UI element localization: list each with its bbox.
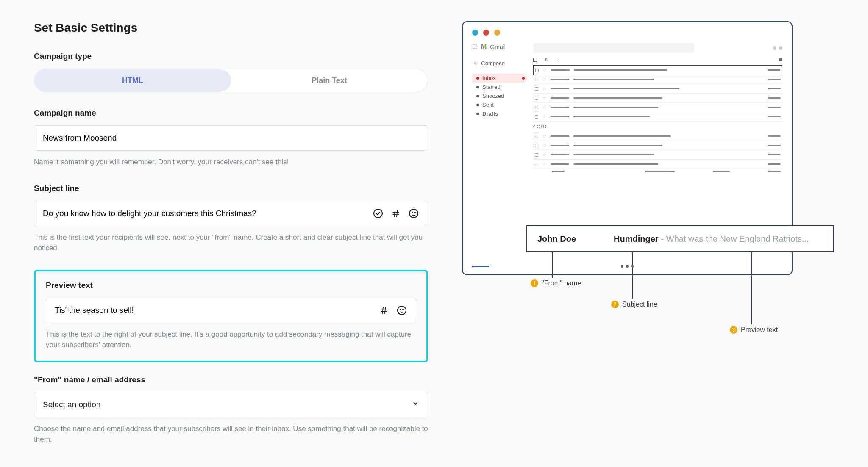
- svg-point-7: [415, 212, 415, 213]
- mail-row: ☆: [533, 84, 782, 94]
- header-dots: [773, 46, 782, 50]
- gmail-main: ↻ ⋮ ☆ ☆ ☆ ☆ ☆ ☆ ^ GTD ☆ ☆ ☆ ☆: [527, 43, 782, 221]
- campaign-type-segmented: HTML Plain Text: [34, 69, 428, 92]
- gmail-bottom-dots: [621, 265, 634, 268]
- chevron-down-icon: [412, 400, 419, 409]
- spellcheck-icon[interactable]: [373, 208, 384, 219]
- page-title: Set Basic Settings: [34, 21, 428, 35]
- legend-preview: 3 Preview text: [730, 326, 778, 334]
- campaign-type-group: Campaign type HTML Plain Text: [34, 52, 428, 92]
- svg-point-13: [400, 309, 401, 310]
- nav-snoozed: Snoozed: [472, 91, 527, 100]
- svg-point-12: [398, 306, 406, 315]
- mail-row: ☆: [533, 112, 782, 122]
- traffic-light-max: [494, 30, 500, 36]
- svg-line-4: [397, 210, 398, 217]
- campaign-type-html[interactable]: HTML: [34, 69, 231, 92]
- legend-subject: 2 Subject line: [611, 301, 657, 308]
- campaign-name-helper: Name it something you will remember. Don…: [34, 157, 428, 168]
- from-placeholder: Select an option: [43, 400, 100, 409]
- compose-label: Compose: [481, 60, 505, 66]
- subject-group: Subject line This is the first text your…: [34, 184, 428, 254]
- mail-row: ☆: [533, 65, 782, 75]
- pager-dot: [779, 58, 782, 61]
- from-group: "From" name / email address Select an op…: [34, 375, 428, 445]
- refresh-icon: ↻: [545, 57, 549, 63]
- mail-row: ☆: [533, 141, 782, 150]
- mail-row: ☆: [533, 103, 782, 112]
- mail-row: ☆: [533, 94, 782, 103]
- legend-num-3: 3: [730, 326, 737, 334]
- callout-subject: Humdinger: [614, 234, 659, 244]
- gmail-m-icon: M: [481, 43, 487, 51]
- legend-num-1: 1: [531, 279, 538, 287]
- svg-point-0: [374, 209, 382, 218]
- mail-row: ☆: [533, 160, 782, 169]
- svg-line-10: [382, 307, 383, 314]
- callout-preview-row: John Doe Humdinger - What was the New En…: [526, 225, 834, 252]
- mail-row: ☆: [533, 132, 782, 141]
- from-select[interactable]: Select an option: [34, 392, 428, 417]
- hash-icon[interactable]: [378, 305, 389, 316]
- campaign-name-input-wrap: [34, 125, 428, 151]
- campaign-type-plain[interactable]: Plain Text: [231, 69, 428, 92]
- subject-input-wrap: [34, 201, 428, 226]
- gmail-toolbar: ↻ ⋮: [533, 57, 782, 63]
- gmail-mock-window: ☰ M Gmail + Compose Inbox Starred Snooze…: [462, 21, 793, 275]
- gmail-logo-row: ☰ M Gmail: [472, 43, 527, 51]
- gmail-sidebar: ☰ M Gmail + Compose Inbox Starred Snooze…: [472, 43, 527, 221]
- nav-drafts: Drafts: [472, 109, 527, 118]
- campaign-name-label: Campaign name: [34, 108, 428, 118]
- gmail-brand: Gmail: [490, 44, 506, 50]
- mail-row: ☆: [533, 150, 782, 160]
- more-icon: ⋮: [556, 57, 562, 63]
- campaign-name-input[interactable]: [43, 133, 419, 143]
- svg-line-11: [385, 307, 386, 314]
- gmail-divider: ^ GTD: [533, 122, 782, 132]
- hash-icon[interactable]: [390, 208, 401, 219]
- window-traffic-lights: [463, 22, 792, 43]
- gmail-compose: + Compose: [472, 59, 527, 67]
- legend-from: 1 "From" name: [531, 279, 581, 287]
- callout-preview: - What was the New Englend Ratriots...: [661, 234, 809, 244]
- preview-label: Preview text: [46, 281, 416, 290]
- mail-row: ☆: [533, 75, 782, 84]
- mail-row: [533, 169, 782, 174]
- svg-point-6: [412, 212, 413, 213]
- campaign-name-group: Campaign name Name it something you will…: [34, 108, 428, 168]
- gmail-nav: Inbox Starred Snoozed Sent Drafts: [472, 74, 527, 118]
- subject-label: Subject line: [34, 184, 428, 193]
- preview-input[interactable]: [55, 306, 378, 315]
- from-helper: Choose the name and email address that y…: [34, 423, 428, 445]
- nav-sent: Sent: [472, 100, 527, 109]
- svg-point-5: [409, 209, 418, 218]
- traffic-light-close: [472, 30, 478, 36]
- campaign-type-label: Campaign type: [34, 52, 428, 61]
- select-all-checkbox: [533, 58, 537, 62]
- preview-input-wrap: [46, 298, 416, 323]
- gmail-bottom-bar: [472, 265, 782, 268]
- gmail-underline: [472, 266, 489, 267]
- gmail-body: ☰ M Gmail + Compose Inbox Starred Snooze…: [463, 43, 792, 221]
- plus-icon: +: [474, 59, 478, 67]
- emoji-icon[interactable]: [408, 208, 419, 219]
- gmail-search-row: [533, 43, 782, 53]
- from-label: "From" name / email address: [34, 375, 428, 384]
- nav-inbox: Inbox: [472, 74, 527, 83]
- emoji-icon[interactable]: [396, 305, 407, 316]
- subject-helper: This is the first text your recipients w…: [34, 232, 428, 254]
- preview-helper: This is the text to the right of your su…: [46, 329, 416, 351]
- hamburger-icon: ☰: [472, 44, 478, 50]
- nav-starred: Starred: [472, 83, 527, 91]
- preview-highlight-box: Preview text This is the text to the rig…: [34, 270, 428, 362]
- svg-point-14: [403, 309, 403, 310]
- search-bar: [533, 43, 694, 53]
- subject-input[interactable]: [43, 209, 373, 218]
- callout-from: John Doe: [537, 234, 614, 244]
- traffic-light-min: [483, 30, 489, 36]
- svg-line-3: [394, 210, 395, 217]
- legend-num-2: 2: [611, 301, 619, 308]
